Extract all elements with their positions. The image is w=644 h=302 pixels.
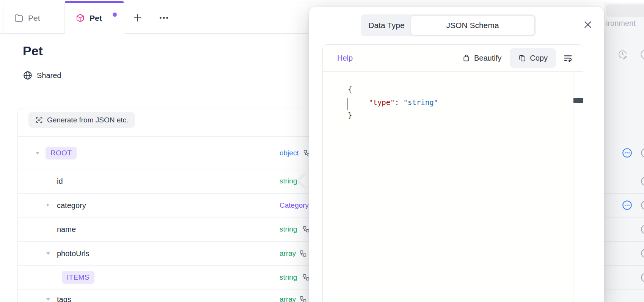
schema-cube-icon bbox=[75, 13, 85, 23]
copy-button[interactable]: Copy bbox=[510, 48, 556, 68]
type-label[interactable]: string bbox=[280, 177, 297, 185]
copy-icon bbox=[518, 54, 526, 62]
caret-down-icon[interactable] bbox=[46, 298, 50, 301]
strip-divider bbox=[605, 35, 644, 35]
json-colon: : bbox=[395, 98, 404, 106]
field-name[interactable]: photoUrls bbox=[57, 249, 90, 258]
cursor-indent-guide bbox=[347, 98, 348, 110]
tab-label: Pet bbox=[28, 14, 40, 23]
close-button[interactable] bbox=[581, 18, 594, 31]
schema-structure-icon[interactable] bbox=[300, 296, 306, 302]
code-editor[interactable]: { "type": "string" } bbox=[323, 72, 572, 302]
items-badge[interactable]: ITEMS bbox=[62, 271, 94, 284]
popover-tab-switcher: Data Type JSON Schema bbox=[361, 14, 536, 36]
globe-icon bbox=[23, 70, 33, 80]
generate-from-json-button[interactable]: Generate from JSON etc. bbox=[28, 112, 135, 128]
type-label[interactable]: object bbox=[280, 149, 299, 157]
json-value: "string" bbox=[404, 98, 438, 106]
visibility-label: Shared bbox=[37, 71, 61, 80]
scrollbar-track-border bbox=[573, 72, 573, 302]
tab-data-type[interactable]: Data Type bbox=[362, 16, 411, 35]
beautify-label: Beautify bbox=[474, 54, 501, 63]
broom-bag-icon bbox=[462, 54, 471, 63]
field-name[interactable]: name bbox=[57, 225, 76, 234]
circle-ellipsis-icon[interactable] bbox=[622, 200, 632, 210]
code-line: { bbox=[348, 85, 352, 94]
environment-selector-partial[interactable]: ironment bbox=[606, 19, 636, 28]
strip-row-divider bbox=[604, 289, 644, 290]
plus-icon bbox=[133, 13, 143, 23]
strip-row-divider bbox=[604, 169, 644, 169]
type-label[interactable]: Category bbox=[280, 201, 309, 210]
tab-pet-schema[interactable]: Pet bbox=[65, 3, 124, 33]
editor-toolbar: Help Beautify Copy bbox=[323, 45, 583, 72]
circle-ellipsis-icon[interactable] bbox=[622, 148, 632, 158]
active-tab-connector bbox=[65, 33, 124, 34]
field-name[interactable]: id bbox=[57, 177, 63, 186]
strip-row-divider bbox=[604, 241, 644, 242]
strip-row-divider bbox=[604, 265, 644, 266]
circle-icon-partial[interactable] bbox=[641, 176, 644, 186]
strip-top bbox=[604, 0, 644, 3]
circle-icon-partial[interactable] bbox=[641, 148, 644, 158]
scrollbar-thumb[interactable] bbox=[573, 98, 583, 103]
type-label[interactable]: string bbox=[280, 273, 297, 282]
environment-underline bbox=[605, 31, 644, 31]
json-schema-editor-card: Help Beautify Copy bbox=[322, 44, 583, 302]
background-right-strip: ironment bbox=[604, 0, 644, 302]
code-line: } bbox=[348, 111, 352, 119]
clock-edit-icon[interactable] bbox=[617, 49, 628, 59]
circle-icon-partial[interactable] bbox=[641, 248, 644, 258]
copy-label: Copy bbox=[530, 54, 548, 63]
help-link[interactable]: Help bbox=[337, 54, 353, 63]
type-label[interactable]: string bbox=[280, 225, 297, 233]
add-tab-button[interactable] bbox=[130, 11, 145, 25]
tab-pet-folder[interactable]: Pet bbox=[3, 3, 65, 33]
scan-lines-icon bbox=[35, 116, 43, 124]
type-label[interactable]: array bbox=[280, 249, 296, 258]
tab-json-schema[interactable]: JSON Schema bbox=[411, 16, 534, 35]
toolbar-button-partial[interactable] bbox=[606, 5, 644, 17]
more-tabs-button[interactable] bbox=[157, 11, 171, 25]
visibility-row: Shared bbox=[23, 70, 61, 80]
caret-down-icon[interactable] bbox=[46, 252, 50, 255]
circle-icon-partial[interactable] bbox=[640, 49, 644, 59]
beautify-button[interactable]: Beautify bbox=[462, 54, 501, 63]
page-title: Pet bbox=[23, 44, 43, 58]
root-badge[interactable]: ROOT bbox=[46, 147, 77, 160]
schema-structure-icon[interactable] bbox=[303, 274, 309, 281]
schema-structure-icon[interactable] bbox=[303, 226, 309, 233]
strip-row-divider bbox=[604, 217, 644, 218]
app-window: Pet Pet Pet Shared Generate from JSO bbox=[0, 0, 644, 302]
type-label[interactable]: array bbox=[280, 295, 296, 302]
circle-icon-partial[interactable] bbox=[641, 272, 644, 283]
field-name[interactable]: tags bbox=[57, 295, 71, 302]
strip-row-divider bbox=[604, 193, 644, 194]
content-left-border bbox=[3, 33, 3, 302]
ellipsis-icon bbox=[158, 12, 170, 23]
word-wrap-button[interactable] bbox=[563, 53, 573, 63]
strip-top-border bbox=[604, 3, 644, 3]
field-name[interactable]: category bbox=[57, 201, 86, 210]
unsaved-dot bbox=[113, 13, 117, 17]
active-tab-indicator bbox=[65, 1, 124, 3]
generate-from-json-label: Generate from JSON etc. bbox=[47, 116, 128, 124]
code-line: "type": "string" bbox=[369, 98, 438, 106]
caret-down-icon[interactable] bbox=[36, 152, 39, 155]
tab-label: Pet bbox=[90, 14, 102, 23]
schema-structure-icon[interactable] bbox=[300, 250, 306, 257]
circle-icon-partial[interactable] bbox=[641, 224, 644, 235]
circle-icon-partial[interactable] bbox=[641, 200, 644, 210]
json-key: "type" bbox=[369, 98, 395, 106]
caret-right-icon[interactable] bbox=[47, 203, 49, 207]
type-popover: Data Type JSON Schema Help Beautify bbox=[309, 7, 604, 302]
close-icon bbox=[583, 20, 593, 30]
folder-icon bbox=[14, 13, 24, 23]
word-wrap-icon bbox=[563, 53, 573, 63]
